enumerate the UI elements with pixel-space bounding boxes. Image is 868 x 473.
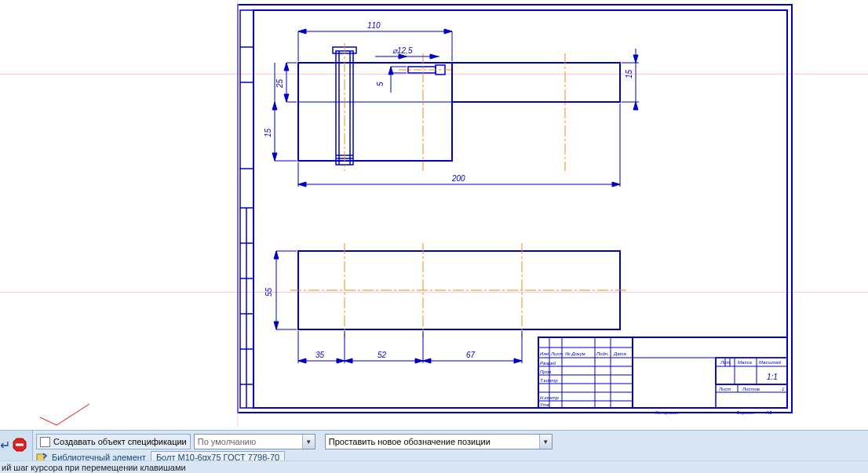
dim-110: 110 [367,21,381,30]
svg-marker-74 [298,358,306,363]
svg-text:1: 1 [782,387,784,391]
dim-52: 52 [377,351,387,359]
dim-55: 55 [264,287,273,297]
drawing-canvas[interactable]: 110 ⌀12,5 5 [0,0,868,427]
position-combo-value: Проставить новое обозначение позиции [329,437,491,446]
drawing-svg: 110 ⌀12,5 5 [0,0,868,427]
svg-marker-43 [284,94,289,102]
svg-text:Дата: Дата [613,351,626,356]
svg-marker-78 [423,358,431,363]
svg-marker-67 [274,251,279,259]
svg-marker-58 [612,182,620,187]
svg-text:A3: A3 [765,410,772,415]
bottom-view: 55 35 52 67 [264,243,628,363]
dim-67: 67 [466,351,476,359]
svg-marker-47 [272,153,277,161]
stop-button[interactable] [11,437,28,453]
title-block [538,337,787,408]
svg-marker-38 [388,67,393,75]
svg-marker-52 [633,102,638,110]
svg-text:Н.контр: Н.контр [540,395,559,400]
dim-5: 5 [376,82,385,86]
panel-left-buttons: ↵ [0,431,33,462]
svg-rect-12 [452,63,620,102]
svg-marker-79 [514,358,522,363]
svg-text:Масса: Масса [738,360,752,365]
svg-text:Листов: Листов [742,387,760,391]
svg-marker-42 [284,63,289,71]
status-bar: ий шаг курсора при перемещении клавишами [0,460,868,473]
svg-marker-46 [272,102,277,110]
dim-diam: ⌀12,5 [392,46,413,55]
position-combo[interactable]: Проставить новое обозначение позиции ▼ [325,434,553,449]
dim-200: 200 [451,174,465,183]
svg-text:Утв: Утв [539,402,549,407]
svg-text:Разраб: Разраб [540,361,556,366]
dim-15-left: 15 [264,128,272,137]
spec-mode-combo[interactable]: По умолчанию ▼ [194,434,315,449]
create-spec-group: Создавать объект спецификации [36,434,191,449]
svg-text:Т.контр: Т.контр [540,378,558,383]
svg-text:Изм: Изм [540,351,549,356]
svg-text:Масштаб: Масштаб [759,360,782,365]
svg-text:Копировал: Копировал [655,410,679,415]
svg-text:Лист: Лист [550,351,563,356]
status-text: ий шаг курсора при перемещении клавишами [2,463,186,472]
top-view: 110 ⌀12,5 5 [264,21,639,187]
svg-text:1:1: 1:1 [767,373,778,381]
create-spec-label: Создавать объект спецификации [53,437,187,446]
create-spec-checkbox[interactable] [40,437,50,447]
svg-marker-31 [444,29,452,34]
dim-35: 35 [315,351,325,359]
left-stamp-column [240,10,253,408]
svg-marker-76 [345,358,352,363]
svg-text:Подп.: Подп. [596,351,609,356]
svg-text:Лит.: Лит. [720,360,731,365]
dim-15-right: 15 [625,69,633,78]
svg-marker-30 [298,29,306,34]
svg-marker-57 [298,182,306,187]
inner-frame [253,10,787,408]
annotation-checkmark [38,402,93,430]
svg-rect-11 [298,63,452,161]
svg-text:Лист: Лист [718,387,731,391]
svg-marker-34 [430,54,438,59]
property-panel: ↵ Создавать объект спецификации По умолч… [0,430,868,473]
svg-text:Формат: Формат [736,410,755,415]
svg-rect-124 [16,444,24,446]
back-arrow-button[interactable]: ↵ [0,437,11,453]
spec-mode-value: По умолчанию [198,437,256,446]
chevron-down-icon: ▼ [539,435,552,449]
svg-text:Пров: Пров [540,369,551,374]
panel-row-1: Создавать объект спецификации По умолчан… [36,433,553,450]
dim-25: 25 [275,78,284,89]
svg-marker-68 [274,322,279,329]
svg-text:№ Докум.: № Докум. [565,351,586,356]
chevron-down-icon: ▼ [302,435,315,449]
